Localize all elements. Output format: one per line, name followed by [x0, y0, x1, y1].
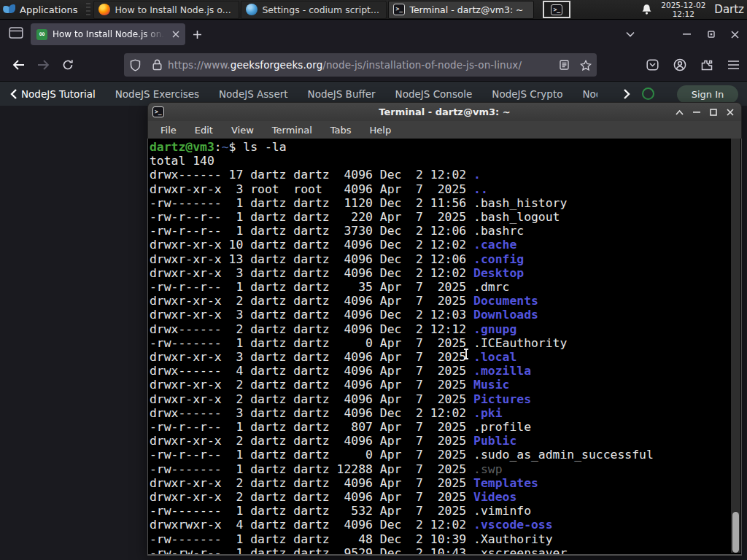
notifications-bell-icon[interactable] [641, 4, 652, 15]
reader-view-icon[interactable] [553, 60, 575, 70]
terminal-scrollbar-thumb[interactable] [732, 512, 739, 553]
window-button[interactable]: Terminal - dartz@vm3: ~ [388, 1, 534, 19]
minimize-window-button[interactable] [688, 103, 705, 122]
terminal-icon [393, 4, 405, 15]
tab-bar: ∞ How to Install Node.js on... [0, 20, 747, 48]
tab-how-to-install-nodejs[interactable]: ∞ How to Install Node.js on... [31, 23, 185, 45]
ls-row-meta: drwxr-xr-x 3 dartz dartz 4096 Dec 2 12:0… [150, 266, 473, 280]
window-button[interactable]: How to Install Node.js o... [93, 1, 239, 19]
ls-row-meta: -rw------- 1 dartz dartz 12288 Apr 7 202… [150, 462, 473, 476]
ls-row: drwxr-xr-x 2 dartz dartz 4096 Apr 7 2025… [150, 392, 731, 406]
menu-help[interactable]: Help [370, 125, 392, 136]
extensions-puzzle-icon[interactable] [693, 48, 720, 82]
window-button-label: Terminal - dartz@vm3: ~ [409, 4, 523, 15]
file-name: .viminfo [473, 504, 531, 518]
back-button[interactable] [6, 53, 31, 77]
menu-view[interactable]: View [231, 125, 254, 136]
ls-row-meta: -rw-r--r-- 1 dartz dartz 220 Apr 7 2025 [150, 210, 473, 224]
tracking-shield-icon[interactable] [124, 59, 146, 71]
workspace-pager[interactable] [543, 1, 570, 18]
file-name: .dmrc [473, 280, 509, 294]
ls-row: -rw-rw-r-- 1 dartz dartz 9529 Dec 2 10:4… [150, 546, 731, 556]
prompt-command: $ ls -la [229, 140, 287, 154]
forward-button[interactable] [31, 53, 55, 77]
sign-in-button[interactable]: Sign In [677, 85, 738, 104]
menu-edit[interactable]: Edit [195, 125, 213, 136]
maximize-window-button[interactable] [705, 103, 721, 122]
close-window-button[interactable] [721, 103, 738, 122]
url-scheme: https://www. [168, 59, 231, 71]
ls-row-meta: -rw------- 1 dartz dartz 48 Dec 2 10:39 [150, 532, 473, 546]
account-icon[interactable] [666, 48, 693, 82]
tab-title: How to Install Node.js on... [53, 29, 167, 39]
xfce-logo-icon [3, 4, 15, 15]
ls-row: drwxr-xr-x 2 dartz dartz 4096 Apr 7 2025… [150, 476, 731, 490]
file-name: .mozilla [473, 364, 531, 378]
ls-row: drwx------ 17 dartz dartz 4096 Dec 2 12:… [150, 168, 731, 182]
terminal-window-controls [671, 103, 738, 122]
window-minimize-button[interactable] [675, 20, 699, 48]
tabbar-controls [618, 20, 747, 48]
window-button-label: How to Install Node.js o... [115, 4, 231, 15]
ls-row-meta: drwxr-xr-x 2 dartz dartz 4096 Apr 7 2025 [150, 294, 473, 308]
file-name: .Xauthority [473, 532, 553, 546]
menu-tabs[interactable]: Tabs [330, 125, 352, 136]
ls-row-meta: -rw-r--r-- 1 dartz dartz 35 Apr 7 2025 [150, 280, 473, 294]
terminal-titlebar[interactable]: Terminal - dartz@vm3: ~ [147, 102, 742, 121]
terminal-window: Terminal - dartz@vm3: ~ FileEditViewTerm… [147, 102, 742, 556]
list-all-tabs-chevron-icon[interactable] [618, 20, 642, 48]
nav-item-nodejs-console[interactable]: NodeJS Console [395, 88, 473, 100]
url-bar[interactable]: https://www.geeksforgeeks.org/node-js/in… [124, 53, 597, 77]
prompt-line: dartz@vm3:~$ ls -la [150, 140, 731, 154]
firefox-view-icon[interactable] [9, 26, 23, 42]
file-name: .swp [473, 462, 502, 476]
desktop: Applications How to Install Node.js o...… [0, 0, 747, 560]
ls-row-meta: drwxr-xr-x 2 dartz dartz 4096 Apr 7 2025 [150, 434, 473, 448]
nav-item-nodejs-assert[interactable]: NodeJS Assert [219, 88, 288, 100]
lock-icon[interactable] [146, 59, 168, 71]
terminal-scrollbar[interactable] [731, 139, 740, 553]
firefox-icon [98, 4, 110, 15]
terminal-menubar: FileEditViewTerminalTabsHelp [147, 121, 742, 139]
nav-item-nodejs-crypto[interactable]: NodeJS Crypto [492, 88, 562, 100]
ls-row-meta: -rw-rw-r-- 1 dartz dartz 9529 Dec 2 10:4… [150, 546, 473, 556]
ls-row: drwxr-xr-x 3 root root 4096 Apr 7 2025 .… [150, 182, 731, 196]
tab-close-icon[interactable] [172, 31, 179, 38]
ls-row: drwxr-xr-x 2 dartz dartz 4096 Apr 7 2025… [150, 378, 731, 392]
reload-button[interactable] [55, 53, 80, 77]
nav-scroll-left-chevron-icon[interactable] [0, 89, 21, 99]
terminal-title: Terminal - dartz@vm3: ~ [148, 106, 741, 117]
system-tray: 2025-12-02 12:12 Dartz [641, 0, 747, 19]
ls-row-meta: drwxr-xr-x 3 dartz dartz 4096 Apr 7 2025 [150, 350, 473, 364]
prompt-cwd: ~ [222, 140, 229, 154]
ls-row: drwx------ 4 dartz dartz 4096 Apr 7 2025… [150, 364, 731, 378]
nav-item-nodejs-buffer[interactable]: NodeJS Buffer [308, 88, 376, 100]
ls-row-meta: drwxr-xr-x 2 dartz dartz 4096 Apr 7 2025 [150, 476, 473, 490]
clock[interactable]: 2025-12-02 12:12 [661, 1, 705, 18]
menu-file[interactable]: File [160, 125, 177, 136]
ls-row: -rw------- 1 dartz dartz 1120 Dec 2 11:5… [150, 196, 731, 210]
url-domain: geeksforgeeks.org [231, 59, 323, 71]
search-icon[interactable] [642, 88, 654, 100]
file-name: . [473, 168, 481, 182]
nav-item-nodejs-exercises[interactable]: NodeJS Exercises [115, 88, 199, 100]
file-name: Documents [473, 294, 538, 308]
window-close-button[interactable] [723, 20, 747, 48]
shade-window-button[interactable] [671, 103, 688, 122]
ls-row-meta: drwxr-xr-x 2 dartz dartz 4096 Apr 7 2025 [150, 490, 473, 504]
menu-terminal[interactable]: Terminal [272, 125, 312, 136]
ls-row: drwxr-xr-x 2 dartz dartz 4096 Apr 7 2025… [150, 294, 731, 308]
ls-row: -rw-r--r-- 1 dartz dartz 220 Apr 7 2025 … [150, 210, 731, 224]
menu-hamburger-icon[interactable] [720, 48, 747, 82]
window-restore-button[interactable] [699, 20, 723, 48]
terminal-body[interactable]: dartz@vm3:~$ ls -la total 140 drwx------… [147, 139, 742, 556]
window-button[interactable]: Settings - codium script... [241, 1, 387, 19]
pocket-save-icon[interactable] [639, 48, 666, 82]
applications-menu-button[interactable]: Applications [0, 0, 83, 19]
nav-item-nodejs-tutorial[interactable]: NodeJS Tutorial [21, 88, 96, 100]
file-name: Downloads [473, 308, 538, 322]
bookmark-star-icon[interactable] [575, 60, 597, 71]
total-line: total 140 [150, 154, 731, 168]
new-tab-button[interactable] [193, 30, 202, 39]
nav-item-nodejs-dns[interactable]: NodeJS DNS [582, 88, 597, 100]
